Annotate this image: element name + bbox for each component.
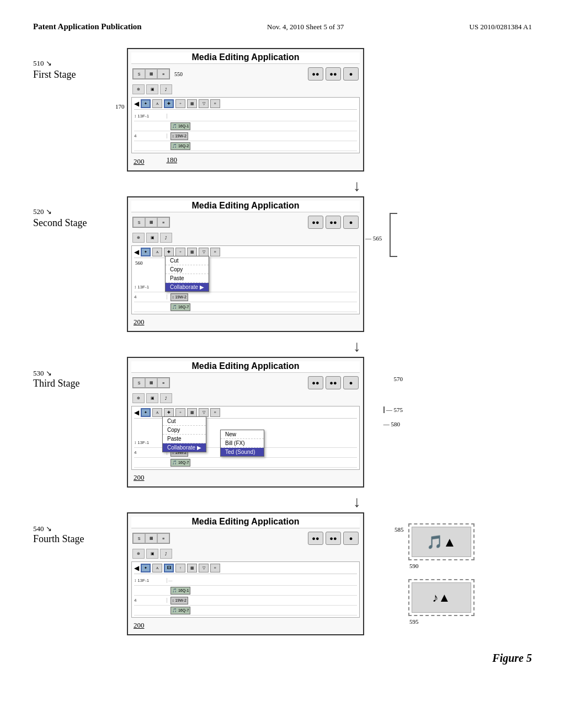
inner-btn-t[interactable]: +: [175, 99, 185, 108]
s3-menu-cut[interactable]: Cut: [163, 417, 206, 426]
s3-inner-t[interactable]: +: [175, 408, 185, 417]
patent-number-label: US 2010/0281384 A1: [470, 23, 532, 31]
s4-tool-s[interactable]: S: [133, 533, 145, 543]
s3-btn-r3[interactable]: ⤴: [160, 393, 172, 403]
ref-200-s3: 200: [134, 473, 145, 481]
s3-tool-s[interactable]: S: [133, 378, 145, 388]
s4-inner-a[interactable]: A: [152, 564, 162, 572]
audio-btn-2[interactable]: ●●: [326, 67, 341, 81]
s3-btn-r1[interactable]: ⊕: [132, 393, 145, 403]
s3-audio-1[interactable]: ●●: [308, 376, 323, 389]
s3-inner-star[interactable]: ✦: [141, 408, 151, 417]
s4-track-3: 4 ↕ 19W-2: [134, 596, 357, 606]
s3-audio-3[interactable]: ●: [343, 376, 359, 389]
menu-paste-s2[interactable]: Paste: [166, 274, 209, 283]
s2-inner-pattern[interactable]: ▦: [187, 248, 197, 256]
s2-tool-s[interactable]: S: [133, 217, 145, 227]
ref-550: 550: [174, 71, 183, 77]
s2-inner-v[interactable]: ▽: [199, 248, 209, 256]
s2-tool-grid[interactable]: ▦: [145, 217, 157, 227]
s4-edit-arrow: ◀: [134, 564, 139, 572]
s4-inner-v[interactable]: ▽: [199, 564, 209, 572]
stage-1-toolbar-2: ⊕ ▣ ⤴: [131, 83, 360, 95]
inner-btn-v[interactable]: ▽: [199, 99, 209, 108]
inner-btn-pattern[interactable]: ▦: [187, 99, 197, 108]
tool-btn-r1[interactable]: ⊕: [132, 84, 145, 94]
tool-btn-menu[interactable]: ≡: [157, 69, 169, 79]
s3-menu-paste[interactable]: Paste: [163, 435, 206, 443]
s3-menu-collaborate[interactable]: Collaborate: [163, 443, 206, 452]
menu-collaborate-s2[interactable]: Collaborate: [166, 283, 209, 291]
s3-sub-new[interactable]: New: [221, 430, 264, 439]
thumbnail-585-area: 585 🎵▲ 590: [408, 523, 475, 570]
stage-4-toolbar-1: S ▦ ≡ ●● ●● ●: [131, 531, 360, 546]
stage-2-name: Second Stage: [33, 217, 87, 229]
s3-menu-copy[interactable]: Copy: [163, 426, 206, 435]
inner-btn-star[interactable]: ✦: [141, 99, 151, 108]
arrow-2-3: ↓: [182, 339, 532, 354]
s2-audio-2[interactable]: ●●: [326, 216, 341, 229]
s2-inner-t[interactable]: +: [175, 248, 185, 256]
stage-1-name: First Stage: [33, 69, 76, 81]
s2-btn-r2[interactable]: ▣: [146, 233, 158, 243]
menu-cut-s2[interactable]: Cut: [166, 256, 209, 265]
s4-inner-star[interactable]: ✦: [141, 564, 151, 572]
tool-btn-r3[interactable]: ⤴: [160, 84, 172, 94]
s2-audio-3[interactable]: ●: [343, 216, 359, 229]
s3-btn-r2[interactable]: ▣: [146, 393, 158, 403]
audio-btn-3[interactable]: ●: [343, 67, 359, 81]
stage-4-app-title: Media Editing Application: [131, 517, 360, 528]
stage-3-app-window: Media Editing Application S ▦ ≡ ●● ●● ●: [127, 357, 364, 488]
s4-inner-img[interactable]: 🎞: [164, 564, 174, 572]
menu-copy-s2[interactable]: Copy: [166, 265, 209, 274]
s3-inner-v[interactable]: ▽: [199, 408, 209, 417]
s3-tool-grid[interactable]: ▦: [145, 378, 157, 388]
stage-2-toolbar-2: ⊕ ▣ ⤴: [131, 232, 360, 244]
s4-btn-r3[interactable]: ⤴: [160, 549, 172, 559]
s4-audio-2[interactable]: ●●: [326, 532, 341, 545]
s3-inner-cross[interactable]: ✚: [164, 408, 174, 417]
s3-inner-a[interactable]: A: [152, 408, 162, 417]
tool-btn-r2[interactable]: ▣: [146, 84, 158, 94]
stage-3-audio-controls: ●● ●● ●: [308, 376, 359, 389]
stage-3-toolbar-1: S ▦ ≡ ●● ●● ●: [131, 375, 360, 390]
audio-btn-1[interactable]: ●●: [308, 67, 323, 81]
s3-sub-bill[interactable]: Bill (FX): [221, 439, 264, 448]
stage-2-audio-controls: ●● ●● ●: [308, 216, 359, 229]
inner-btn-cross[interactable]: ✚: [164, 99, 174, 108]
thumbnail-585-content: 🎵▲: [412, 527, 471, 557]
tool-btn-s[interactable]: S: [133, 69, 145, 79]
s4-inner-eq[interactable]: ≡: [210, 564, 220, 572]
s3-sub-ted[interactable]: Ted (Sound): [221, 448, 264, 456]
ref-580-label: — 580: [383, 421, 403, 427]
s3-inner-eq[interactable]: ≡: [210, 408, 220, 417]
s4-audio-3[interactable]: ●: [343, 532, 359, 545]
s2-inner-star[interactable]: ✦: [141, 248, 151, 256]
inner-btn-a[interactable]: A: [152, 99, 162, 108]
inner-btn-eq[interactable]: ≡: [210, 99, 220, 108]
stage-3-toolbar-2: ⊕ ▣ ⤴: [131, 392, 360, 404]
s4-audio-1[interactable]: ●●: [308, 532, 323, 545]
s4-tool-menu[interactable]: ≡: [157, 533, 169, 543]
s3-inner-pattern[interactable]: ▦: [187, 408, 197, 417]
s3-audio-2[interactable]: ●●: [326, 376, 341, 389]
stage-4-app-window: Media Editing Application S ▦ ≡ ●● ●● ●: [127, 512, 364, 635]
tool-btn-grid[interactable]: ▦: [145, 69, 157, 79]
s2-btn-r3[interactable]: ⤴: [160, 233, 172, 243]
s3-tool-menu[interactable]: ≡: [157, 378, 169, 388]
s2-inner-eq[interactable]: ≡: [210, 248, 220, 256]
stage-3-number: 530 ↘: [33, 369, 52, 377]
s4-track-1: ↕ 13F-1 ···: [134, 576, 357, 586]
s2-inner-a[interactable]: A: [152, 248, 162, 256]
s2-inner-cross[interactable]: ✚: [164, 248, 174, 256]
s2-audio-1[interactable]: ●●: [308, 216, 323, 229]
s2-tool-menu[interactable]: ≡: [157, 217, 169, 227]
s2-btn-r1[interactable]: ⊕: [132, 233, 145, 243]
s4-btn-r2[interactable]: ▣: [146, 549, 158, 559]
s4-inner-pattern[interactable]: ▦: [187, 564, 197, 572]
s4-tool-grid[interactable]: ▦: [145, 533, 157, 543]
s4-inner-t[interactable]: ↑: [175, 564, 185, 572]
stage-4-edit-toolbar: ◀ ✦ A 🎞 ↑ ▦ ▽ ≡: [134, 564, 357, 574]
stage-1-app-title: Media Editing Application: [131, 52, 360, 64]
s4-btn-r1[interactable]: ⊕: [132, 549, 145, 559]
